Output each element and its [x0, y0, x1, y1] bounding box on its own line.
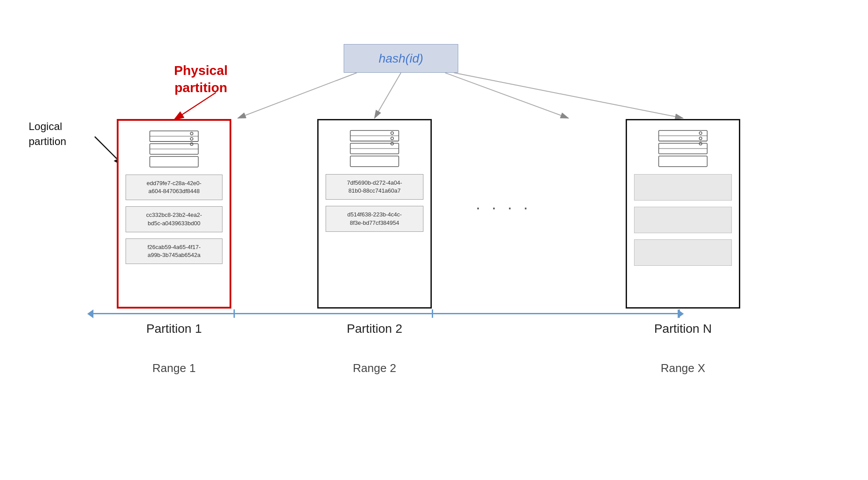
- server-icon-2: [348, 128, 401, 168]
- partition-1-label: Partition 1: [117, 322, 231, 336]
- svg-point-14: [190, 143, 193, 145]
- svg-line-3: [375, 73, 401, 118]
- hash-label: hash(id): [378, 52, 423, 66]
- server-icon-1: [148, 129, 200, 168]
- partition-2-box: 7df5690b-d272-4a04-81b0-88cc741a60a7 d51…: [317, 119, 432, 309]
- range-1-label: Range 1: [117, 361, 231, 375]
- server-icon-n: [657, 128, 709, 168]
- svg-line-6: [174, 93, 216, 120]
- partition-n-box: [626, 119, 740, 309]
- partition-n-label: Partition N: [626, 322, 740, 336]
- svg-point-21: [391, 132, 393, 134]
- svg-rect-26: [350, 156, 399, 167]
- empty-box-n-3: [634, 239, 732, 266]
- svg-line-4: [445, 73, 568, 118]
- svg-point-30: [699, 132, 702, 134]
- svg-line-2: [238, 73, 357, 118]
- empty-box-n-2: [634, 207, 732, 233]
- uuid-box-1-1: edd79fe7-c28a-42e0-a604-847063df8448: [126, 175, 223, 200]
- uuid-box-1-2: cc332bc8-23b2-4ea2-bd5c-a0439633bd00: [126, 206, 223, 232]
- uuid-box-1-3: f26cab59-4a65-4f17-a99b-3b745ab6542a: [126, 238, 223, 264]
- partition-2-label: Partition 2: [317, 322, 432, 336]
- range-n-label: Range X: [626, 361, 740, 375]
- svg-line-5: [454, 73, 683, 118]
- svg-rect-35: [659, 156, 707, 167]
- tick-3: [679, 309, 680, 318]
- range-2-label: Range 2: [317, 361, 432, 375]
- physical-partition-label: Physical partition: [174, 62, 228, 96]
- uuid-box-2-2: d514f638-223b-4c4c-8f3e-bd77cf384954: [326, 206, 423, 231]
- diagram-container: hash(id) Physical partition: [0, 0, 868, 480]
- svg-point-32: [699, 142, 702, 145]
- svg-point-12: [190, 132, 193, 135]
- svg-point-31: [699, 137, 702, 140]
- svg-line-7: [95, 137, 117, 159]
- svg-rect-17: [150, 156, 198, 167]
- svg-point-22: [391, 137, 393, 140]
- logical-partition-label: Logical partition: [29, 119, 66, 149]
- svg-point-23: [391, 142, 393, 145]
- svg-point-13: [190, 138, 193, 140]
- empty-box-n-1: [634, 174, 732, 201]
- uuid-box-2-1: 7df5690b-d272-4a04-81b0-88cc741a60a7: [326, 174, 423, 200]
- tick-1: [234, 309, 235, 318]
- hash-box: hash(id): [344, 44, 458, 73]
- partition-1-box: edd79fe7-c28a-42e0-a604-847063df8448 cc3…: [117, 119, 231, 309]
- axis-arrow: [93, 313, 679, 314]
- tick-2: [432, 309, 433, 318]
- dots-indicator: · · · ·: [476, 198, 531, 217]
